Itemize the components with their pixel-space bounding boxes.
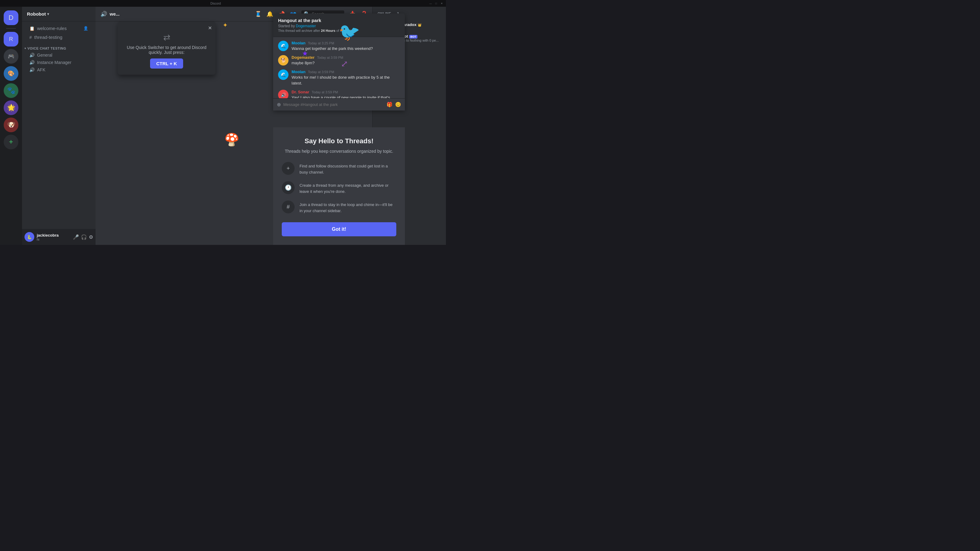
msg-author-2: Dogemaster — [291, 55, 315, 60]
archive-time: 24 Hours — [321, 29, 335, 32]
channel-item-thread-testing[interactable]: # thread-testing — [24, 33, 93, 41]
user-avatar: 🐍 — [24, 232, 34, 242]
sparkle-decoration: ✦ — [223, 21, 228, 29]
app-container: D R 🎮 🎨 🐾 🌟 🐶 + Robobot ▾ — [0, 7, 446, 245]
channel-label-thread-testing: thread-testing — [34, 35, 62, 40]
notification-icon[interactable]: 🔔 — [266, 11, 273, 17]
settings-icon[interactable]: ⚙ — [89, 234, 93, 240]
gif-icon[interactable]: 🎁 — [387, 102, 393, 108]
thread-msg-content-1: Moolan Today at 3:25 PM Wanna get togeth… — [291, 41, 400, 51]
msg-author-3: Moolan — [291, 70, 305, 74]
discord-home-button[interactable]: D — [4, 10, 18, 25]
feature-text-1: Find and follow discussions that could g… — [299, 162, 396, 175]
chevron-down-icon: ▾ — [47, 12, 49, 16]
user-area: 🐍 jackiecobra hi 🎤 🎧 ⚙ — [22, 229, 95, 245]
threads-modal-title: Say Hello to Threads! — [282, 137, 396, 145]
main-content: 🔊 we... 🧵 🔔 📌 👥 🔍 📥 ❓ ✕ ⇄ — [95, 7, 372, 245]
threads-feature-1: + Find and follow discussions that could… — [282, 162, 396, 175]
thread-msg-content-2: Dogemaster Today at 3:59 PM maybe 8pm? — [291, 55, 400, 66]
channel-name-header: we... — [110, 11, 120, 16]
msg-time-1: Today at 3:25 PM — [308, 41, 334, 45]
keyboard-shortcut-display: CTRL + K — [124, 59, 210, 68]
voice-chat-category[interactable]: ▾ VOICE CHAT TESTING — [22, 41, 95, 51]
add-server-button[interactable]: + — [4, 135, 18, 149]
server-icon-r[interactable]: R — [4, 32, 18, 46]
feature-text-2: Create a thread from any message, and ar… — [299, 181, 396, 194]
channel-hash-icon: # — [29, 35, 32, 40]
msg-time-2: Today at 3:59 PM — [317, 56, 343, 59]
message-plus-icon[interactable]: ⊕ — [277, 102, 281, 108]
quick-switcher-description: Use Quick Switcher to get around Discord… — [124, 45, 210, 55]
thread-msg-content-4: Dr. Sonar Today at 3:59 PM Yay! I also h… — [291, 90, 400, 98]
voice-channel-general[interactable]: 🔊 General — [24, 51, 93, 59]
microphone-icon[interactable]: 🎤 — [73, 234, 79, 240]
msg-text-2: maybe 8pm? — [291, 60, 400, 66]
msg-author-1: Moolan — [291, 41, 305, 45]
voice-channel-afk[interactable]: 🔊 AFK — [24, 66, 93, 73]
thread-avatar-4: 🔊 — [278, 90, 288, 98]
server-name-label: Robobot — [27, 11, 46, 16]
thread-message-2: 🐕 Dogemaster Today at 3:59 PM maybe 8pm? — [278, 55, 400, 66]
quick-switcher-close[interactable]: ✕ — [208, 25, 212, 31]
user-controls: 🎤 🎧 ⚙ — [73, 234, 93, 240]
voice-channel-afk-label: AFK — [37, 67, 45, 72]
emoji-icon[interactable]: 😊 — [395, 102, 401, 108]
thread-messages: 🌊 Moolan Today at 3:25 PM Wanna get toge… — [273, 37, 405, 98]
threads-feature-3: # Join a thread to stay in the loop and … — [282, 200, 396, 214]
thread-header: Hangout at the park Started by Dogemaste… — [273, 13, 405, 37]
thread-message-input[interactable] — [283, 102, 384, 107]
username-label: jackiecobra — [37, 233, 70, 238]
thread-msg-header-3: Moolan Today at 3:59 PM — [291, 70, 400, 74]
voice-channel-general-label: General — [37, 52, 52, 57]
msg-text-1: Wanna get together at the park this week… — [291, 46, 400, 51]
close-button[interactable]: ✕ — [440, 2, 444, 5]
app-title: Discord — [2, 2, 429, 5]
thread-message-1: 🌊 Moolan Today at 3:25 PM Wanna get toge… — [278, 41, 400, 51]
thread-message-4: 🔊 Dr. Sonar Today at 3:59 PM Yay! I also… — [278, 90, 400, 98]
mushroom-decoration: 🍄 — [224, 133, 240, 147]
server-icon-6[interactable]: 🐶 — [4, 118, 18, 132]
channel-rules-icon: 📋 — [29, 26, 35, 31]
channel-item-welcome-rules[interactable]: 📋 welcome-rules 👤 — [24, 24, 93, 33]
thread-author-link[interactable]: Dogemaster — [296, 24, 316, 28]
thread-msg-header-2: Dogemaster Today at 3:59 PM — [291, 55, 400, 60]
thread-popup: Hangout at the park Started by Dogemaste… — [273, 13, 405, 111]
channel-list: 📋 welcome-rules 👤 # thread-testing ▾ VOI… — [22, 21, 95, 229]
user-status-label: hi — [37, 238, 70, 241]
msg-text-4: Yay! I also have a couple of new people … — [291, 95, 400, 98]
crown-icon: 👑 — [418, 23, 422, 27]
feature-text-3: Join a thread to stay in the loop and ch… — [299, 200, 396, 214]
server-icon-4[interactable]: 🐾 — [4, 83, 18, 98]
server-icon-5[interactable]: 🌟 — [4, 100, 18, 115]
channel-add-member-icon: 👤 — [83, 26, 88, 30]
feature-hash-icon: # — [282, 200, 294, 213]
thread-archive-notice: This thread will archive after 24 Hours … — [278, 29, 400, 32]
server-divider — [6, 28, 16, 29]
server-icon-3[interactable]: 🎨 — [4, 66, 18, 81]
msg-text-3: Works for me! I should be done with prac… — [291, 75, 400, 86]
thread-icon[interactable]: 🧵 — [255, 11, 261, 17]
server-icon-2[interactable]: 🎮 — [4, 49, 18, 64]
thread-msg-header-1: Moolan Today at 3:25 PM — [291, 41, 400, 45]
thread-title: Hangout at the park — [278, 18, 400, 23]
current-channel-name: we... — [110, 11, 120, 16]
headphones-icon[interactable]: 🎧 — [81, 234, 87, 240]
thread-msg-content-3: Moolan Today at 3:59 PM Works for me! I … — [291, 70, 400, 86]
thread-avatar-3: 🌊 — [278, 70, 288, 80]
thread-input-area: ⊕ 🎁 😊 — [273, 98, 405, 111]
got-it-button[interactable]: Got it! — [282, 222, 396, 236]
titlebar: Discord — □ ✕ — [0, 0, 446, 7]
speaker-3-icon: 🔊 — [29, 67, 35, 72]
minimize-button[interactable]: — — [429, 2, 433, 5]
thread-message-3: 🌊 Moolan Today at 3:59 PM Works for me! … — [278, 70, 400, 86]
feature-clock-icon: 🕐 — [282, 181, 294, 194]
maximize-button[interactable]: □ — [434, 2, 438, 5]
voice-channel-instance-manager[interactable]: 🔊 Instance Manager — [24, 59, 93, 66]
server-name-header[interactable]: Robobot ▾ — [22, 7, 95, 21]
msg-time-3: Today at 3:59 PM — [308, 70, 334, 74]
thread-avatar-1: 🌊 — [278, 41, 288, 51]
channel-type-icon: 🔊 — [100, 11, 107, 17]
thread-meta: Started by Dogemaster — [278, 24, 400, 28]
server-sidebar: D R 🎮 🎨 🐾 🌟 🐶 + — [0, 7, 22, 245]
threads-feature-2: 🕐 Create a thread from any message, and … — [282, 181, 396, 194]
